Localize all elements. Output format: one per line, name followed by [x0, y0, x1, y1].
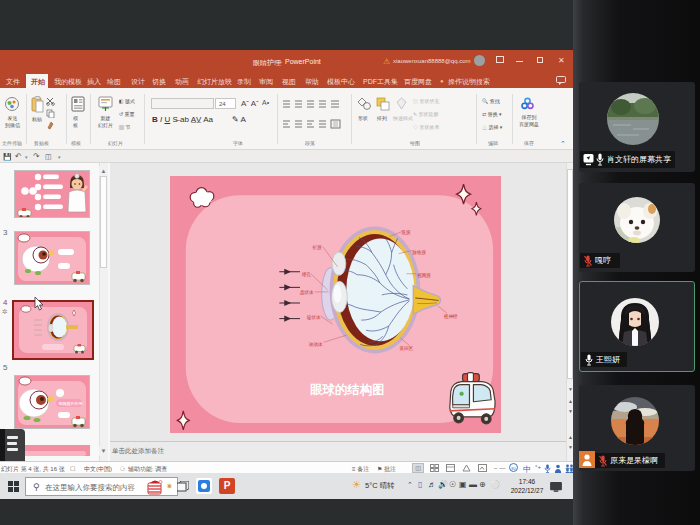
svg-text:视网膜: 视网膜: [417, 272, 431, 279]
svg-text:晶状体: 晶状体: [300, 290, 314, 295]
svg-text:玻璃体: 玻璃体: [309, 342, 323, 347]
svg-text:黄斑区: 黄斑区: [400, 346, 414, 351]
svg-text:眼球的结构图: 眼球的结构图: [310, 383, 385, 397]
svg-text:虹膜: 虹膜: [313, 245, 322, 250]
svg-text:巩膜: 巩膜: [401, 230, 411, 235]
svg-text:视神经: 视神经: [444, 313, 458, 320]
svg-text:脉络膜: 脉络膜: [412, 249, 426, 256]
svg-text:瞳孔: 瞳孔: [302, 271, 311, 278]
svg-text:视网膜的作用: 视网膜的作用: [58, 401, 83, 406]
